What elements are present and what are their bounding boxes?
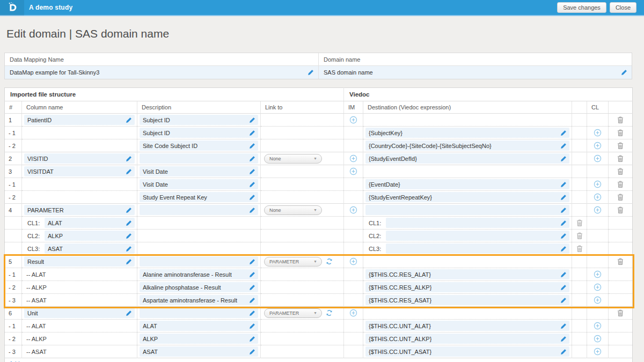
description-field[interactable]: Visit Date (140, 179, 258, 189)
codelist-value-field[interactable]: ASAT (45, 243, 135, 254)
destination-field[interactable]: {$THIS.CC.UNT_ALAT} (365, 321, 569, 331)
cl-add-icon[interactable] (594, 142, 602, 150)
edit-pencil-icon[interactable] (126, 156, 132, 162)
delete-codelist-icon[interactable] (576, 245, 583, 252)
im-add-icon[interactable] (349, 257, 357, 265)
codelist-value-field[interactable]: ALAT (45, 218, 135, 228)
destination-field[interactable]: {$THIS.CC.RES_ALKP} (365, 282, 569, 292)
destination-field[interactable]: {StudyEventRepeatKey} (365, 192, 569, 202)
description-field[interactable]: ALKP (140, 334, 258, 344)
description-field[interactable]: Visit Date (140, 166, 258, 176)
codelist-value-field[interactable]: ALKP (45, 231, 135, 241)
data-mapping-name-field[interactable]: DataMap example for Tall-Skinny3 (5, 66, 318, 79)
edit-pencil-icon[interactable] (249, 168, 255, 175)
edit-pencil-icon[interactable] (126, 310, 132, 316)
edit-pencil-icon[interactable] (126, 220, 132, 226)
delete-row-icon[interactable] (617, 206, 624, 213)
delete-row-icon[interactable] (617, 181, 624, 188)
domain-name-field[interactable]: SAS domain name (318, 66, 632, 79)
edit-pencil-icon[interactable] (126, 168, 132, 175)
cl-add-icon[interactable] (594, 283, 602, 291)
destination-field[interactable]: {$THIS.CC.UNT_ASAT} (365, 346, 569, 357)
edit-pencil-icon[interactable] (249, 310, 255, 316)
link-to-dropdown[interactable]: None▼ (264, 205, 322, 215)
edit-pencil-icon[interactable] (560, 246, 567, 252)
cl-add-icon[interactable] (594, 206, 602, 214)
description-field[interactable]: Alkaline phosphatase - Result (140, 282, 258, 292)
link-to-dropdown[interactable]: PARAMETER▼ (264, 257, 322, 267)
edit-pencil-icon[interactable] (560, 207, 567, 213)
cl-add-icon[interactable] (594, 322, 602, 330)
description-field[interactable]: Subject ID (140, 115, 258, 125)
cl-add-icon[interactable] (594, 180, 602, 188)
edit-pencil-icon[interactable] (560, 233, 567, 239)
edit-pencil-icon[interactable] (249, 323, 255, 329)
column-name-field[interactable]: VISITID (24, 153, 135, 164)
edit-pencil-icon[interactable] (126, 207, 132, 213)
close-button[interactable]: Close (610, 2, 636, 13)
column-name-field[interactable]: PatientID (24, 115, 135, 125)
destination-field[interactable]: {$THIS.CC.UNT_ALKP} (365, 334, 569, 344)
cl-add-icon[interactable] (594, 270, 602, 278)
edit-pencil-icon[interactable] (560, 297, 567, 304)
refresh-icon[interactable] (326, 258, 333, 265)
edit-pencil-icon[interactable] (249, 143, 255, 149)
edit-pencil-icon[interactable] (249, 349, 255, 355)
edit-pencil-icon[interactable] (560, 323, 567, 329)
im-add-icon[interactable] (349, 167, 357, 175)
delete-row-icon[interactable] (617, 309, 624, 316)
im-add-icon[interactable] (349, 206, 357, 214)
edit-pencil-icon[interactable] (126, 117, 132, 123)
edit-pencil-icon[interactable] (126, 233, 132, 239)
destination-field[interactable]: {SubjectKey} (365, 128, 569, 138)
destination-field[interactable]: {CountryCode}-{SiteCode}-{SiteSubjectSeq… (365, 141, 569, 151)
destination-field[interactable]: {$THIS.CC.RES_ALAT} (365, 269, 569, 279)
im-add-icon[interactable] (349, 116, 357, 124)
edit-pencil-icon[interactable] (249, 336, 255, 342)
destination-field[interactable]: {$THIS.CC.RES_ASAT} (365, 295, 569, 305)
codelist-destination-field[interactable] (386, 218, 569, 228)
column-name-field[interactable]: VISITDAT (24, 166, 135, 176)
edit-pencil-icon[interactable] (249, 271, 255, 278)
description-field[interactable]: Study Event Repeat Key (140, 192, 258, 202)
description-field[interactable] (140, 308, 258, 318)
column-name-field[interactable]: Unit (24, 308, 135, 318)
edit-pencil-icon[interactable] (126, 258, 132, 265)
description-field[interactable] (140, 205, 258, 215)
edit-pencil-icon[interactable] (560, 349, 567, 355)
edit-pencil-icon[interactable] (126, 246, 132, 252)
codelist-destination-field[interactable] (386, 243, 569, 254)
edit-pencil-icon[interactable] (560, 336, 567, 342)
cl-add-icon[interactable] (594, 348, 602, 356)
edit-pencil-icon[interactable] (621, 69, 627, 76)
destination-field[interactable] (365, 205, 569, 215)
delete-row-icon[interactable] (617, 168, 624, 175)
description-field[interactable]: Alanine aminotransferase - Result (140, 269, 258, 279)
codelist-destination-field[interactable] (386, 231, 569, 241)
column-name-field[interactable]: PARAMETER (24, 205, 135, 215)
edit-pencil-icon[interactable] (560, 143, 567, 149)
description-field[interactable]: ASAT (140, 346, 258, 357)
edit-pencil-icon[interactable] (308, 69, 314, 76)
edit-pencil-icon[interactable] (249, 156, 255, 162)
description-field[interactable]: Site Code Subject ID (140, 141, 258, 151)
edit-pencil-icon[interactable] (560, 181, 567, 188)
link-to-dropdown[interactable]: PARAMETER▼ (264, 308, 322, 318)
delete-row-icon[interactable] (617, 129, 624, 136)
edit-pencil-icon[interactable] (249, 258, 255, 265)
delete-codelist-icon[interactable] (576, 219, 583, 226)
edit-pencil-icon[interactable] (560, 271, 567, 278)
edit-pencil-icon[interactable] (560, 194, 567, 201)
cl-add-icon[interactable] (594, 154, 602, 162)
delete-row-icon[interactable] (617, 116, 624, 123)
edit-pencil-icon[interactable] (249, 181, 255, 188)
refresh-icon[interactable] (326, 309, 333, 316)
delete-row-icon[interactable] (617, 258, 624, 265)
cl-add-icon[interactable] (594, 296, 602, 304)
description-field[interactable]: ALAT (140, 321, 258, 331)
edit-pencil-icon[interactable] (560, 156, 567, 162)
im-add-icon[interactable] (349, 309, 357, 317)
edit-pencil-icon[interactable] (560, 284, 567, 291)
destination-field[interactable]: {EventDate} (365, 179, 569, 189)
delete-row-icon[interactable] (617, 194, 624, 201)
